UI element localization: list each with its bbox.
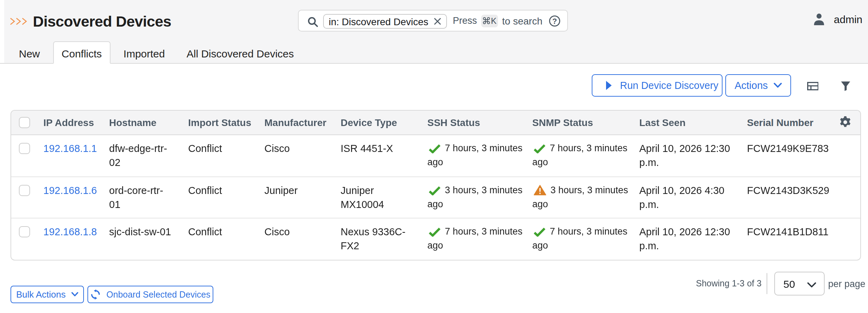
svg-text:?: ? <box>552 17 557 26</box>
